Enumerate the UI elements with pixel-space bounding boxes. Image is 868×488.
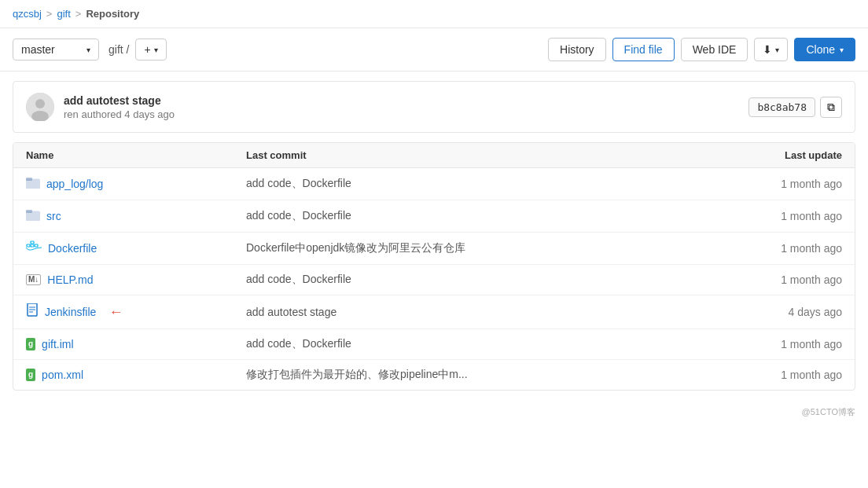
jenkins-icon	[26, 303, 39, 321]
watermark: @51CTO博客	[0, 403, 868, 421]
copy-hash-button[interactable]: ⧉	[820, 97, 842, 118]
toolbar: master ▾ gift / + ▾ History Find file We…	[0, 28, 868, 72]
file-link-jenkinsfile[interactable]: Jenkinsfile ←	[26, 303, 246, 321]
svg-rect-9	[35, 244, 38, 247]
breadcrumb-sep-1: >	[46, 8, 53, 20]
file-date: 1 month ago	[701, 338, 842, 350]
file-link-dockerfile[interactable]: Dockerfile	[26, 240, 246, 256]
file-date: 4 days ago	[701, 306, 842, 318]
avatar	[26, 93, 54, 121]
col-name: Name	[26, 149, 246, 161]
breadcrumb-sep-2: >	[75, 8, 82, 20]
svg-rect-4	[26, 178, 32, 181]
clone-label: Clone	[806, 43, 835, 56]
breadcrumb: qzcsbj > gift > Repository	[0, 0, 868, 28]
file-table: Name Last commit Last update app_log/log…	[13, 142, 855, 391]
download-icon: ⬇	[763, 43, 772, 56]
commit-section: add autotest stage ren authored 4 days a…	[13, 81, 855, 133]
webide-button[interactable]: Web IDE	[681, 38, 748, 61]
docker-icon	[26, 240, 42, 256]
file-name-text: pom.xml	[42, 369, 83, 381]
table-row: src add code、Dockerfile 1 month ago	[13, 200, 855, 233]
table-row: Jenkinsfile ← add autotest stage 4 days …	[13, 295, 855, 329]
file-link-app_log_log[interactable]: app_log/log	[26, 176, 246, 192]
table-row: g pom.xml 修改打包插件为最开始的、修改pipeline中m... 1 …	[13, 360, 855, 390]
clone-button[interactable]: Clone ▾	[794, 38, 855, 61]
folder-icon	[26, 208, 40, 224]
plus-icon: +	[144, 43, 150, 56]
breadcrumb-link-gift[interactable]: gift	[57, 8, 70, 20]
table-row: g gift.iml add code、Dockerfile 1 month a…	[13, 329, 855, 360]
chevron-down-icon-download: ▾	[775, 46, 779, 54]
file-name-text: src	[46, 210, 61, 222]
col-date: Last update	[701, 149, 842, 161]
md-icon: M↓	[26, 274, 41, 285]
breadcrumb-current: Repository	[86, 8, 139, 20]
download-button[interactable]: ⬇ ▾	[754, 38, 788, 61]
file-name-text: gift.iml	[42, 338, 73, 350]
commit-hash[interactable]: b8c8ab78	[748, 97, 815, 117]
file-commit: add autotest stage	[246, 306, 701, 318]
commit-author: ren	[64, 108, 79, 120]
chevron-down-icon: ▾	[86, 46, 90, 54]
table-row: M↓ HELP.md add code、Dockerfile 1 month a…	[13, 265, 855, 295]
iml-icon: g	[26, 338, 35, 350]
xml-icon: g	[26, 369, 35, 381]
branch-selector[interactable]: master ▾	[13, 39, 99, 61]
file-date: 1 month ago	[701, 369, 842, 381]
file-date: 1 month ago	[701, 210, 842, 222]
chevron-down-icon-add: ▾	[154, 46, 158, 54]
table-row: app_log/log add code、Dockerfile 1 month …	[13, 168, 855, 200]
file-name-text: Jenkinsfile	[45, 306, 96, 318]
table-row: Dockerfile Dockerfile中openjdk镜像改为阿里云公有仓库…	[13, 233, 855, 265]
file-commit: add code、Dockerfile	[246, 177, 701, 191]
file-commit: add code、Dockerfile	[246, 337, 701, 351]
svg-rect-10	[31, 241, 34, 244]
file-commit: 修改打包插件为最开始的、修改pipeline中m...	[246, 368, 701, 382]
commit-hash-area: b8c8ab78 ⧉	[748, 97, 842, 118]
table-header: Name Last commit Last update	[13, 143, 855, 168]
file-link-src[interactable]: src	[26, 208, 246, 224]
breadcrumb-link-qzcsbj[interactable]: qzcsbj	[13, 8, 42, 20]
chevron-down-icon-clone: ▾	[840, 46, 844, 54]
file-date: 1 month ago	[701, 178, 842, 190]
file-commit: add code、Dockerfile	[246, 273, 701, 287]
file-link-pomxml[interactable]: g pom.xml	[26, 369, 246, 381]
svg-point-1	[35, 99, 45, 108]
svg-rect-6	[26, 210, 32, 213]
commit-message[interactable]: add autotest stage	[64, 94, 739, 107]
file-date: 1 month ago	[701, 273, 842, 286]
commit-time: authored 4 days ago	[81, 108, 175, 120]
file-commit: add code、Dockerfile	[246, 209, 701, 223]
add-button[interactable]: + ▾	[135, 39, 166, 61]
path-label: gift /	[108, 43, 129, 56]
file-link-helpmd[interactable]: M↓ HELP.md	[26, 273, 246, 286]
findfile-button[interactable]: Find file	[612, 38, 675, 61]
svg-rect-8	[31, 244, 34, 247]
file-name-text: app_log/log	[46, 178, 103, 190]
file-name-text: HELP.md	[47, 273, 93, 286]
commit-meta: ren authored 4 days ago	[64, 108, 739, 120]
file-commit: Dockerfile中openjdk镜像改为阿里云公有仓库	[246, 241, 701, 255]
arrow-indicator: ←	[108, 304, 123, 321]
svg-rect-7	[27, 244, 30, 247]
commit-info: add autotest stage ren authored 4 days a…	[64, 94, 739, 120]
history-button[interactable]: History	[548, 38, 606, 61]
file-date: 1 month ago	[701, 242, 842, 255]
col-commit: Last commit	[246, 149, 701, 161]
folder-icon	[26, 176, 40, 192]
branch-label: master	[21, 43, 55, 56]
file-link-giftiml[interactable]: g gift.iml	[26, 338, 246, 350]
file-name-text: Dockerfile	[48, 242, 97, 255]
